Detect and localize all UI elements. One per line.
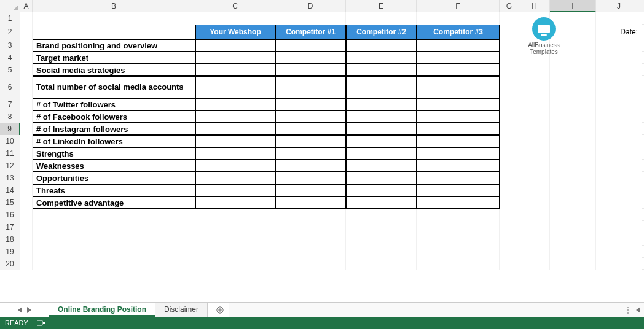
cell-A14[interactable] [20, 184, 33, 196]
row-label-threats[interactable]: Threats [33, 184, 195, 196]
cell-E14[interactable] [346, 184, 417, 196]
cell-A17[interactable] [20, 221, 33, 233]
cell-H9[interactable] [519, 123, 550, 135]
cell-A1[interactable] [20, 12, 33, 25]
cell-D7[interactable] [275, 98, 346, 110]
cell-D6[interactable] [275, 76, 346, 98]
cell-A6[interactable] [20, 76, 33, 98]
cell-C20[interactable] [195, 258, 275, 270]
cell-I20[interactable] [550, 258, 596, 270]
cell-D17[interactable] [275, 221, 346, 233]
cell-C8[interactable] [195, 110, 275, 123]
cell-J12[interactable] [596, 160, 642, 172]
cell-G15[interactable] [500, 196, 519, 209]
cell-J3[interactable] [596, 39, 642, 52]
cell-A16[interactable] [20, 209, 33, 221]
cell-H6[interactable] [519, 76, 550, 98]
cell-H7[interactable] [519, 98, 550, 110]
cell-G16[interactable] [500, 209, 519, 221]
cell-E17[interactable] [346, 221, 417, 233]
cell-A18[interactable] [20, 233, 33, 246]
sheet-nav-prev-icon[interactable] [18, 307, 22, 313]
row-header-10[interactable]: 10 [0, 135, 20, 147]
cell-F10[interactable] [417, 135, 500, 147]
row-header-7[interactable]: 7 [0, 98, 20, 110]
cell-E12[interactable] [346, 160, 417, 172]
table-header-your-webshop[interactable]: Your Webshop [195, 25, 275, 39]
cell-E9[interactable] [346, 123, 417, 135]
cell-F3[interactable] [417, 39, 500, 52]
row-label-opportunities[interactable]: Opportunities [33, 172, 195, 184]
cell-B1[interactable] [33, 12, 195, 25]
row-header-14[interactable]: 14 [0, 184, 20, 196]
cell-H11[interactable] [519, 147, 550, 160]
grid-area[interactable]: A B C D E F G H I J 1 [0, 0, 644, 302]
row-label-instagram[interactable]: # of Instagram followers [33, 123, 195, 135]
row-label-weaknesses[interactable]: Weaknesses [33, 160, 195, 172]
row-header-8[interactable]: 8 [0, 110, 20, 123]
cell-F11[interactable] [417, 147, 500, 160]
select-all-corner[interactable] [0, 0, 20, 12]
cell-A10[interactable] [20, 135, 33, 147]
cell-A5[interactable] [20, 64, 33, 76]
row-label-twitter[interactable]: # of Twitter followers [33, 98, 195, 110]
cell-I10[interactable] [550, 135, 596, 147]
col-header-H[interactable]: H [519, 0, 550, 12]
cell-F5[interactable] [417, 64, 500, 76]
cell-F9[interactable] [417, 123, 500, 135]
cell-F1[interactable] [417, 12, 500, 25]
tab-disclaimer[interactable]: Disclaimer [155, 302, 208, 317]
cell-J14[interactable] [596, 184, 642, 196]
cell-E15[interactable] [346, 196, 417, 209]
cell-C14[interactable] [195, 184, 275, 196]
row-header-19[interactable]: 19 [0, 246, 20, 258]
cell-G11[interactable] [500, 147, 519, 160]
cell-C6[interactable] [195, 76, 275, 98]
cell-C12[interactable] [195, 160, 275, 172]
cell-G12[interactable] [500, 160, 519, 172]
cell-I15[interactable] [550, 196, 596, 209]
cell-E20[interactable] [346, 258, 417, 270]
cell-G3[interactable] [500, 39, 519, 52]
add-sheet-button[interactable] [208, 302, 229, 317]
cell-D20[interactable] [275, 258, 346, 270]
cell-A8[interactable] [20, 110, 33, 123]
cell-B18[interactable] [33, 233, 195, 246]
cell-H17[interactable] [519, 221, 550, 233]
cell-A19[interactable] [20, 246, 33, 258]
cell-E19[interactable] [346, 246, 417, 258]
cell-G19[interactable] [500, 246, 519, 258]
cell-E18[interactable] [346, 233, 417, 246]
cell-I13[interactable] [550, 172, 596, 184]
row-header-2[interactable]: 2 [0, 25, 20, 39]
cell-G13[interactable] [500, 172, 519, 184]
table-header-competitor-1[interactable]: Competitor #1 [275, 25, 346, 39]
cell-G17[interactable] [500, 221, 519, 233]
cell-J4[interactable] [596, 52, 642, 64]
cell-H20[interactable] [519, 258, 550, 270]
cell-E8[interactable] [346, 110, 417, 123]
cell-I17[interactable] [550, 221, 596, 233]
cell-B20[interactable] [33, 258, 195, 270]
cell-C11[interactable] [195, 147, 275, 160]
cell-C9[interactable] [195, 123, 275, 135]
cell-H18[interactable] [519, 233, 550, 246]
cell-C17[interactable] [195, 221, 275, 233]
cell-C18[interactable] [195, 233, 275, 246]
cell-C10[interactable] [195, 135, 275, 147]
cell-J16[interactable] [596, 209, 642, 221]
cell-D8[interactable] [275, 110, 346, 123]
cell-H8[interactable] [519, 110, 550, 123]
cell-J8[interactable] [596, 110, 642, 123]
cell-E3[interactable] [346, 39, 417, 52]
cell-C7[interactable] [195, 98, 275, 110]
cell-G5[interactable] [500, 64, 519, 76]
cell-C4[interactable] [195, 52, 275, 64]
row-label-brand-positioning[interactable]: Brand positioning and overview [33, 39, 195, 52]
cell-F8[interactable] [417, 110, 500, 123]
cell-I18[interactable] [550, 233, 596, 246]
cell-D12[interactable] [275, 160, 346, 172]
cell-A20[interactable] [20, 258, 33, 270]
cell-A15[interactable] [20, 196, 33, 209]
cell-A11[interactable] [20, 147, 33, 160]
